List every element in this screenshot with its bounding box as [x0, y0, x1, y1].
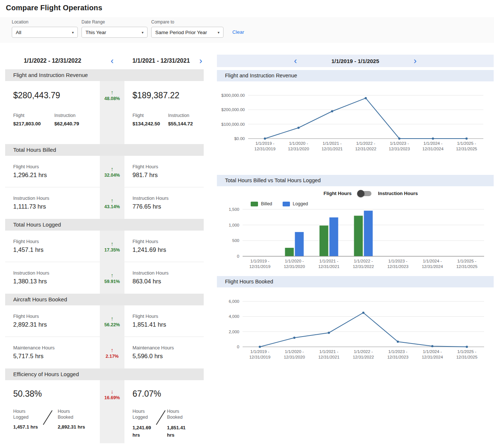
- metric-label: Instruction Hours: [13, 270, 100, 276]
- section-header-hours-billed: Total Hours Billed: [5, 144, 204, 156]
- location-selected-value: All: [16, 30, 21, 35]
- flight-revenue-label: Flight: [13, 113, 54, 118]
- svg-text:12/31/2024: 12/31/2024: [422, 264, 443, 269]
- legend-billed-label: Billed: [261, 201, 272, 206]
- svg-text:1/1/2023 -: 1/1/2023 -: [390, 141, 409, 146]
- svg-text:12/31/2019: 12/31/2019: [249, 355, 270, 359]
- svg-text:1/1/2019 -: 1/1/2019 -: [250, 349, 269, 354]
- svg-text:1/1/2020 -: 1/1/2020 -: [289, 141, 308, 146]
- compare-to-select[interactable]: Same Period Prior Year ▾: [151, 27, 224, 38]
- arrow-up-icon: ↑: [111, 347, 114, 353]
- metric-value: 5,596.0 hrs: [132, 353, 204, 360]
- section-header-revenue: Flight and Instruction Revenue: [5, 69, 204, 81]
- arrow-up-icon: ↑: [111, 166, 114, 172]
- location-label: Location: [12, 19, 78, 25]
- arrow-up-icon: ↑: [111, 197, 114, 203]
- hours-booked-label: Hours Booked: [58, 408, 77, 421]
- toggle-flight-hours-label: Flight Hours: [324, 191, 352, 196]
- arrow-up-icon: ↑: [111, 272, 114, 278]
- previous-period-button[interactable]: ‹: [109, 56, 115, 65]
- main-content: 1/1/2022 - 12/31/2022 ‹ 1/1/2021 - 12/31…: [0, 55, 494, 443]
- svg-text:1/1/2020 -: 1/1/2020 -: [285, 259, 304, 263]
- svg-text:1/1/2023 -: 1/1/2023 -: [388, 259, 407, 263]
- metric-value: 1,241.69 hrs: [132, 246, 204, 253]
- instruction-revenue-label: Instruction: [168, 113, 204, 118]
- chart-range-next-button[interactable]: ›: [412, 56, 418, 65]
- current-period-label: 1/1/2022 - 12/31/2022: [5, 58, 100, 64]
- svg-text:$100,000.00: $100,000.00: [221, 122, 245, 126]
- location-filter: Location All ▾: [12, 19, 78, 38]
- svg-text:1/1/2025 -: 1/1/2025 -: [457, 259, 476, 263]
- svg-text:12/31/2025: 12/31/2025: [456, 147, 477, 151]
- svg-text:1/1/2022 -: 1/1/2022 -: [356, 141, 375, 146]
- next-period-button[interactable]: ›: [198, 56, 204, 65]
- metric-change-cell: ↑ 59.91%: [100, 262, 124, 294]
- svg-text:1,000: 1,000: [229, 223, 239, 227]
- chart-range-label: 1/1/2019 - 1/1/2025: [331, 58, 379, 64]
- toggle-knob: [357, 190, 364, 197]
- instruction-revenue-value: $55,144.72: [168, 121, 204, 126]
- svg-text:1/1/2019 -: 1/1/2019 -: [250, 259, 269, 263]
- metric-prior-cell: Instruction Hours 776.65 hrs: [124, 187, 204, 219]
- metric-change-cell: ↑ 43.14%: [100, 187, 124, 219]
- logged-swatch-icon: [283, 202, 290, 206]
- hours-logged-label: Hours Logged: [13, 408, 32, 421]
- svg-text:12/31/2020: 12/31/2020: [288, 147, 309, 151]
- hours-booked-label: Hours Booked: [167, 408, 186, 421]
- efficiency-prior-cell: 67.07% Hours Logged 1,241.69 hrs Hours B…: [124, 380, 204, 443]
- svg-text:1/1/2020 -: 1/1/2020 -: [285, 349, 304, 354]
- svg-text:1/1/2024 -: 1/1/2024 -: [423, 259, 442, 263]
- location-select[interactable]: All ▾: [12, 27, 78, 38]
- charts-panel: ‹ 1/1/2019 - 1/1/2025 › Flight and Instr…: [217, 55, 494, 443]
- hours-chart-legend: Billed Logged: [251, 201, 494, 206]
- hours-chart-block: Total Hours Billed vs Total Hours Logged…: [217, 175, 494, 272]
- clear-filters-link[interactable]: Clear: [232, 29, 244, 35]
- metric-label: Flight Hours: [13, 313, 100, 319]
- svg-text:$0.00: $0.00: [234, 136, 245, 141]
- period-header: 1/1/2022 - 12/31/2022 ‹ 1/1/2021 - 12/31…: [5, 55, 204, 67]
- filter-bar: Location All ▾ Date Range This Year ▾ Co…: [0, 17, 494, 43]
- svg-text:12/31/2025: 12/31/2025: [456, 355, 477, 359]
- hours-bar-chart: 05001,0001,5001/1/2019 -12/31/20191/1/20…: [217, 206, 494, 272]
- chevron-down-icon: ▾: [142, 30, 144, 34]
- chart-range-nav: ‹ 1/1/2019 - 1/1/2025 ›: [217, 55, 494, 67]
- comparison-table: Flight and Instruction Revenue $280,443.…: [5, 69, 204, 443]
- metric-label: Flight Hours: [132, 164, 204, 169]
- svg-text:12/31/2020: 12/31/2020: [284, 264, 305, 269]
- svg-text:12/31/2021: 12/31/2021: [318, 355, 339, 359]
- svg-text:1/1/2021 -: 1/1/2021 -: [319, 259, 338, 263]
- svg-text:1,500: 1,500: [229, 207, 239, 212]
- metric-value: 776.65 hrs: [132, 203, 204, 210]
- svg-text:2,000: 2,000: [229, 330, 239, 334]
- revenue-chart-block: Flight and Instruction Revenue $0.00$100…: [217, 70, 494, 155]
- metric-prior-cell: Flight Hours 981.7 hrs: [124, 156, 204, 187]
- compare-to-label: Compare to: [151, 19, 224, 25]
- flight-revenue-label: Flight: [132, 113, 168, 118]
- svg-text:1/1/2023 -: 1/1/2023 -: [388, 349, 407, 354]
- instruction-revenue-value: $62,640.79: [54, 121, 95, 126]
- svg-text:$300,000.00: $300,000.00: [221, 93, 245, 98]
- hours-type-toggle-row: Flight Hours Instruction Hours: [217, 191, 494, 196]
- metric-label: Flight Hours: [13, 164, 100, 169]
- revenue-prior-cell: $189,387.22 Flight $134,242.50 Instructi…: [124, 81, 204, 144]
- svg-text:12/31/2021: 12/31/2021: [322, 147, 343, 151]
- arrow-up-icon: ↑: [111, 240, 114, 247]
- metric-current-cell: Flight Hours 1,457.1 hrs: [5, 231, 100, 262]
- revenue-change-value: 48.08%: [104, 96, 120, 101]
- metric-label: Maintenance Hours: [13, 345, 100, 350]
- revenue-prior-total: $189,387.22: [132, 91, 204, 100]
- metric-value: 1,457.1 hrs: [13, 246, 100, 253]
- metric-label: Flight Hours: [13, 239, 100, 244]
- metric-current-cell: Flight Hours 1,296.21 hrs: [5, 156, 100, 187]
- chart-range-previous-button[interactable]: ‹: [293, 56, 298, 65]
- svg-text:1/1/2022 -: 1/1/2022 -: [354, 349, 373, 354]
- metric-label: Instruction Hours: [13, 195, 100, 201]
- compare-to-selected-value: Same Period Prior Year: [155, 30, 207, 35]
- metric-prior-cell: Flight Hours 1,851.41 hrs: [124, 305, 204, 337]
- hours-type-toggle[interactable]: [358, 191, 371, 196]
- section-header-efficiency: Efficiency of Hours Logged: [5, 368, 204, 380]
- date-range-select[interactable]: This Year ▾: [81, 27, 148, 38]
- metric-current-cell: Instruction Hours 1,111.73 hrs: [5, 187, 100, 219]
- metric-prior-cell: Flight Hours 1,241.69 hrs: [124, 231, 204, 262]
- metric-value: 1,380.13 hrs: [13, 278, 100, 285]
